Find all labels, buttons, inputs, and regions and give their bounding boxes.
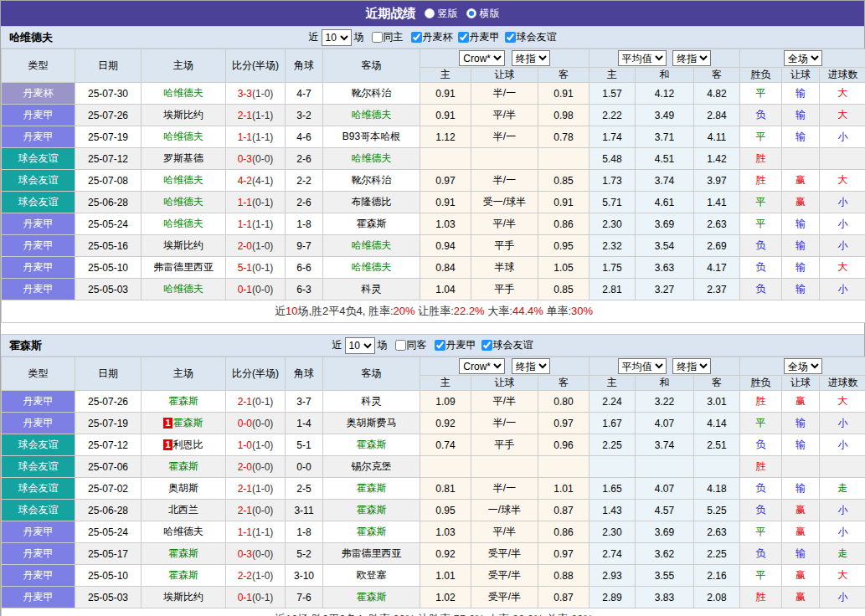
home-team-name[interactable]: 哈维德夫: [163, 174, 203, 186]
league-checkbox[interactable]: [481, 340, 492, 351]
full-time-score[interactable]: 0-1: [238, 284, 252, 295]
full-time-score[interactable]: 2-1: [238, 505, 252, 516]
home-team-name[interactable]: 霍森斯: [168, 395, 198, 407]
league-checkbox[interactable]: [505, 32, 516, 43]
away-team-name[interactable]: 哈维德夫: [352, 152, 392, 164]
full-time-score[interactable]: 3-3: [238, 88, 252, 100]
league-filter[interactable]: 球会友谊: [476, 338, 533, 352]
full-time-score[interactable]: 4-2: [238, 175, 252, 187]
same-venue-checkbox[interactable]: [395, 340, 406, 351]
bookmaker-select[interactable]: Crow*: [459, 50, 505, 66]
full-time-score[interactable]: 1-0: [238, 439, 252, 451]
full-time-score[interactable]: 0-3: [238, 153, 252, 165]
home-team-name[interactable]: 哈维德夫: [163, 218, 203, 229]
col-avg-away: 客: [694, 376, 740, 391]
league-checkbox[interactable]: [458, 32, 469, 43]
home-team-name[interactable]: 埃斯比约: [163, 239, 203, 251]
full-time-score[interactable]: 0-1: [238, 592, 252, 603]
col-type: 类型: [2, 49, 75, 83]
away-team-name[interactable]: 哈维德夫: [352, 261, 392, 273]
full-time-score[interactable]: 2-1: [238, 396, 252, 408]
average-select[interactable]: 平均值: [618, 50, 667, 66]
home-team-name[interactable]: 北西兰: [168, 504, 198, 516]
home-team-name[interactable]: 埃斯比约: [163, 591, 203, 603]
league-filter[interactable]: 丹麦甲: [453, 30, 500, 44]
layout-radio-vertical[interactable]: 竖版: [425, 7, 458, 21]
final-odds-select[interactable]: 终指: [512, 50, 550, 66]
league-checkbox[interactable]: [435, 340, 445, 351]
average-select[interactable]: 平均值: [618, 358, 667, 374]
half-time-score: (1-0): [252, 88, 273, 100]
handicap-result-cell: 赢: [782, 192, 820, 213]
away-team-name[interactable]: 霍森斯: [357, 482, 387, 494]
away-team-name[interactable]: 霍森斯: [357, 526, 387, 537]
avg-home-odds: 1.57: [590, 83, 636, 105]
full-time-score[interactable]: 2-2: [238, 570, 252, 582]
final-odds-select[interactable]: 终指: [512, 358, 550, 374]
away-team-name[interactable]: 霍森斯: [357, 591, 387, 603]
full-match-select[interactable]: 全场: [784, 50, 822, 66]
final-odds-select-2[interactable]: 终指: [672, 50, 711, 66]
away-team-name[interactable]: 靴尔科治: [352, 87, 392, 99]
away-team-name[interactable]: 霍森斯: [357, 504, 387, 516]
home-team-name[interactable]: 哈维德夫: [163, 283, 203, 295]
home-team-name[interactable]: 利恩比: [173, 439, 203, 450]
away-team-name[interactable]: 布隆德比: [352, 196, 392, 208]
home-team-name[interactable]: 霍森斯: [168, 547, 198, 559]
away-team-name[interactable]: 科灵: [362, 395, 382, 407]
home-team-name[interactable]: 埃斯比约: [163, 109, 203, 121]
away-team-name[interactable]: 霍森斯: [357, 218, 387, 229]
full-time-score[interactable]: 0-3: [238, 548, 252, 560]
league-filter[interactable]: 丹麦杯: [406, 30, 453, 44]
radio-vertical-icon[interactable]: [425, 8, 435, 18]
home-team-name[interactable]: 霍森斯: [168, 569, 198, 581]
same-venue-filter[interactable]: 同主: [367, 30, 404, 44]
away-team-name[interactable]: 欧登塞: [357, 569, 387, 581]
league-filter[interactable]: 丹麦甲: [430, 338, 476, 352]
home-team-name[interactable]: 哈维德夫: [163, 87, 203, 99]
home-team-name[interactable]: 罗斯基德: [163, 152, 203, 164]
home-team-name[interactable]: 奥胡斯: [168, 482, 198, 494]
away-team-name[interactable]: 奥胡斯费马: [347, 417, 397, 429]
layout-radio-horizontal[interactable]: 横版: [466, 7, 500, 21]
away-team-name[interactable]: 哈维德夫: [352, 239, 392, 251]
league-filter[interactable]: 球会友谊: [500, 30, 557, 44]
home-team-name[interactable]: 霍森斯: [168, 460, 198, 472]
match-count-select[interactable]: 10: [322, 29, 352, 46]
same-venue-filter[interactable]: 同客: [390, 338, 427, 352]
home-team-name[interactable]: 哈维德夫: [163, 526, 203, 537]
full-match-select[interactable]: 全场: [784, 358, 822, 374]
away-team-name[interactable]: 哈维德夫: [352, 109, 392, 121]
bookmaker-select[interactable]: Crow*: [459, 358, 505, 374]
home-team-name[interactable]: 哈维德夫: [163, 131, 203, 142]
away-team-name[interactable]: B93哥本哈根: [342, 131, 400, 142]
result-cell: 平: [740, 126, 782, 148]
away-team-name[interactable]: 靴尔科治: [352, 174, 392, 186]
crow-home-odds: [420, 456, 471, 478]
full-time-score[interactable]: 1-1: [238, 526, 252, 538]
full-time-score[interactable]: 2-1: [238, 110, 252, 121]
full-time-score[interactable]: 1-1: [238, 197, 252, 208]
radio-horizontal-icon[interactable]: [466, 8, 476, 18]
away-team-name[interactable]: 弗雷德里西亚: [342, 547, 402, 559]
away-team-name[interactable]: 锡尔克堡: [352, 460, 392, 472]
full-time-score[interactable]: 0-0: [238, 418, 252, 429]
full-time-score[interactable]: 2-0: [238, 461, 252, 473]
same-venue-checkbox[interactable]: [372, 32, 383, 43]
full-time-score[interactable]: 2-1: [238, 483, 252, 495]
league-checkbox[interactable]: [411, 32, 422, 43]
full-time-score[interactable]: 1-1: [238, 218, 252, 230]
away-team-name[interactable]: 科灵: [362, 283, 382, 295]
col-odds-handicap: 让球: [471, 376, 538, 391]
match-count-select[interactable]: 10: [345, 337, 375, 354]
final-odds-select-2[interactable]: 终指: [672, 358, 711, 374]
date-cell: 25-06-28: [75, 500, 142, 521]
goals-result-cell: 大: [820, 83, 865, 105]
full-time-score[interactable]: 5-1: [238, 262, 252, 274]
home-team-name[interactable]: 弗雷德里西亚: [153, 261, 214, 273]
home-team-name[interactable]: 霍森斯: [173, 417, 203, 429]
full-time-score[interactable]: 1-1: [238, 131, 252, 143]
full-time-score[interactable]: 2-0: [238, 240, 252, 252]
home-team-name[interactable]: 哈维德夫: [163, 196, 203, 208]
away-team-name[interactable]: 霍森斯: [357, 439, 387, 450]
